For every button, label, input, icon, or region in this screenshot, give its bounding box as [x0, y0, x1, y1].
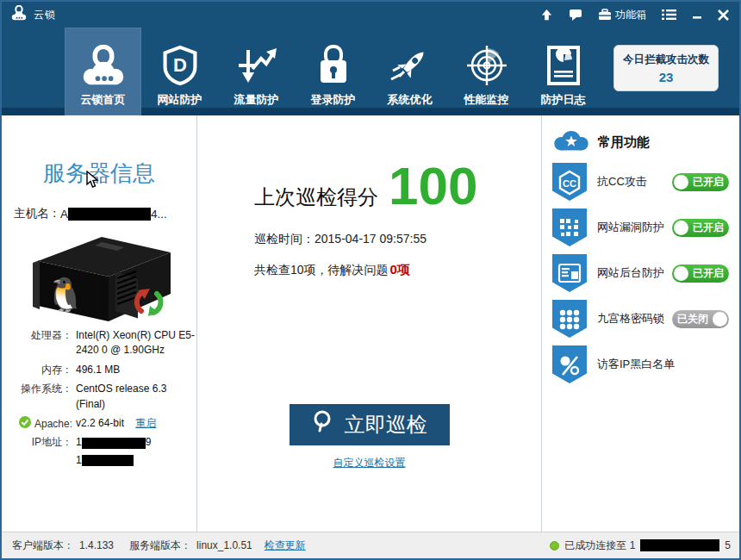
toggle-backend-protection[interactable]: 已开启: [672, 264, 729, 283]
titlebar: 云锁 功能箱: [2, 2, 739, 28]
svg-text:🐧: 🐧: [45, 275, 86, 314]
app-window: 云锁 功能箱: [0, 0, 741, 560]
inspection-time-row: 巡检时间：2015-04-17 09:57:55: [254, 232, 541, 247]
tab-performance-monitor[interactable]: 性能监控: [448, 28, 525, 115]
statusbar: 客户端版本：1.4.133 服务端版本：linux_1.0.51 检查更新 已成…: [2, 532, 739, 558]
tab-protection-logs[interactable]: 防护日志: [525, 28, 601, 115]
function-ip-blackwhite-list[interactable]: 访客IP黑白名单: [552, 345, 739, 383]
svg-text:D: D: [173, 54, 187, 76]
star-cloud-icon: [552, 129, 590, 155]
rocket-icon: [389, 41, 431, 90]
traffic-arrows-icon: [235, 41, 278, 90]
message-icon[interactable]: [569, 9, 582, 21]
connection-status-icon: [550, 541, 559, 551]
backend-window-icon: [552, 254, 587, 292]
server-version-label: 服务端版本：: [129, 538, 191, 553]
check-update-link[interactable]: 检查更新: [265, 538, 306, 553]
redacted-ip-1: [82, 438, 146, 449]
score-label: 上次巡检得分: [254, 184, 378, 211]
cloud-lock-icon: [81, 41, 126, 90]
attack-counter-label: 今日拦截攻击次数: [623, 53, 709, 67]
client-version-label: 客户端版本：: [12, 538, 74, 553]
function-vulnerability-protection[interactable]: 网站漏洞防护 已开启: [552, 208, 739, 246]
score-value: 100: [389, 164, 477, 209]
toggle-vulnerability-protection[interactable]: 已开启: [672, 219, 729, 237]
tab-home[interactable]: 云锁首页: [65, 28, 141, 115]
server-illustration: 🐧: [19, 227, 179, 323]
server-specs: 处理器： Intel(R) Xeon(R) CPU E5-2420 0 @ 1.…: [2, 328, 196, 468]
server-info-panel: 服务器信息 主机名：A4... 🐧: [2, 115, 197, 532]
toggle-grid-password-lock[interactable]: 已关闭: [672, 310, 729, 328]
tab-traffic-protection[interactable]: 流量防护: [218, 28, 295, 115]
log-report-icon: [545, 41, 582, 90]
menu-icon[interactable]: [662, 9, 676, 21]
spec-apache: Apache: v2.2 64-bit 重启: [2, 416, 196, 431]
inspection-panel: 上次巡检得分 100 巡检时间：2015-04-17 09:57:55 共检查1…: [197, 115, 542, 532]
shield-d-icon: D: [161, 41, 199, 90]
hostname-label: 主机名：: [14, 206, 60, 221]
mouse-cursor-icon: [84, 169, 100, 196]
cloud-lock-logo-icon: [10, 5, 28, 24]
main-content: 服务器信息 主机名：A4... 🐧: [2, 115, 739, 532]
radar-icon: [466, 41, 507, 90]
padlock-icon: [317, 41, 350, 90]
inspection-summary-row: 共检查10项，待解决问题0项: [254, 262, 541, 278]
tab-system-optimization[interactable]: 系统优化: [371, 28, 448, 115]
spec-os: 操作系统： CentOS release 6.3 (Final): [2, 382, 196, 412]
inspect-now-label: 立即巡检: [345, 411, 427, 439]
check-icon: [19, 416, 31, 431]
hostname-row: 主机名：A4...: [14, 206, 196, 221]
redacted-connection-ip: [640, 539, 719, 551]
tab-website-protection[interactable]: D 网站防护: [141, 28, 218, 115]
tab-label: 防护日志: [541, 92, 586, 108]
attack-counter-value: 23: [659, 70, 674, 84]
toolbox-icon: [598, 9, 612, 21]
minimize-button[interactable]: [692, 9, 702, 20]
nine-grid-icon: [552, 300, 587, 338]
cc-attack-icon: CC: [552, 163, 587, 201]
toggle-anti-cc[interactable]: 已开启: [672, 173, 729, 191]
server-version: linux_1.0.51: [196, 539, 252, 551]
toolbox-label: 功能箱: [615, 8, 646, 22]
tab-label: 网站防护: [158, 92, 202, 108]
attack-counter[interactable]: 今日拦截攻击次数 23: [613, 45, 719, 91]
common-functions-title: 常用功能: [598, 134, 650, 151]
magnifier-icon: [312, 410, 334, 439]
app-title: 云锁: [34, 8, 56, 22]
server-info-title: 服务器信息: [2, 159, 196, 189]
client-version: 1.4.133: [79, 539, 114, 551]
common-functions-panel: 常用功能 CC 抗CC攻击 已开启: [542, 115, 739, 532]
spec-cpu: 处理器： Intel(R) Xeon(R) CPU E5-2420 0 @ 1.…: [2, 328, 196, 358]
spec-memory: 内存： 496.1 MB: [2, 363, 196, 377]
tab-login-protection[interactable]: 登录防护: [295, 28, 371, 115]
toolbox-button[interactable]: 功能箱: [598, 8, 646, 22]
close-button[interactable]: [718, 9, 729, 21]
tab-label: 系统优化: [388, 92, 433, 108]
function-grid-password-lock[interactable]: 九宫格密码锁 已关闭: [552, 300, 739, 338]
function-anti-cc[interactable]: CC 抗CC攻击 已开启: [552, 163, 739, 201]
svg-text:CC: CC: [563, 178, 576, 189]
tab-label: 登录防护: [311, 92, 356, 108]
tab-label: 云锁首页: [81, 92, 126, 108]
spec-ip: IP地址： 19 1: [2, 435, 196, 468]
vulnerability-shield-icon: [552, 208, 587, 246]
connection-status: 已成功连接至 15: [550, 538, 731, 553]
function-backend-protection[interactable]: 网站后台防护 已开启: [552, 254, 739, 292]
inspect-now-button[interactable]: 立即巡检: [290, 404, 450, 445]
apache-restart-link[interactable]: 重启: [135, 417, 156, 429]
tab-label: 性能监控: [464, 92, 509, 108]
issue-count: 0项: [390, 262, 410, 277]
redacted-ip-2: [82, 455, 134, 466]
redacted-hostname: [68, 208, 151, 221]
upgrade-icon[interactable]: [540, 9, 553, 22]
main-navigation: 云锁首页 D 网站防护: [2, 28, 739, 115]
ip-list-percent-icon: [552, 345, 587, 383]
custom-inspection-settings-link[interactable]: 自定义巡检设置: [333, 457, 406, 469]
tab-label: 流量防护: [234, 92, 279, 108]
